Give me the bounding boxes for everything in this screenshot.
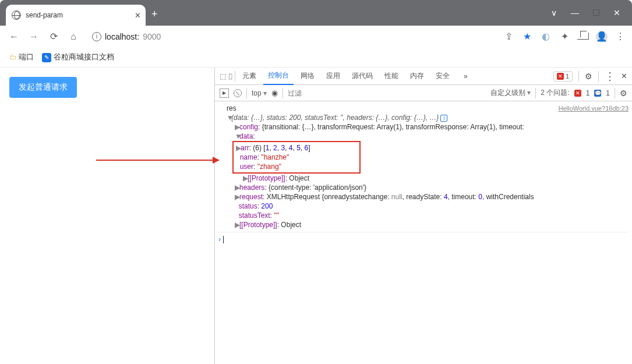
page-pane: 发起普通请求 <box>0 68 214 364</box>
devtools-panel: ⬚ ⌷ 元素 控制台 网络 应用 源代码 性能 内存 安全 » ✕1 ⚙ ⋮ ✕… <box>214 68 632 364</box>
window-close-button[interactable]: ✕ <box>613 8 620 17</box>
window-maximize-button[interactable] <box>593 8 599 17</box>
url-host: localhost: <box>105 32 139 41</box>
toolbar-right: ⇪ ★ ◐ ✦ 👤 ⋮ <box>503 31 626 43</box>
error-badge[interactable]: ✕1 <box>553 71 573 82</box>
globe-icon <box>12 10 21 20</box>
console-settings-gear-icon[interactable]: ⚙ <box>620 89 627 98</box>
bookmarks-bar: 🗀 端口 ✎ 谷粒商城接口文档 <box>0 48 632 68</box>
device-toggle-icon[interactable]: ⌷ <box>228 72 232 80</box>
share-icon[interactable]: ⇪ <box>503 31 514 42</box>
moon-icon[interactable]: ◐ <box>540 31 552 42</box>
tab-close-icon[interactable]: ✕ <box>135 11 141 20</box>
home-button[interactable]: ⌂ <box>65 31 82 42</box>
side-panel-icon[interactable] <box>577 31 589 42</box>
back-button[interactable]: ← <box>6 31 22 42</box>
tab-network[interactable]: 网络 <box>296 68 319 85</box>
context-selector[interactable]: top <box>252 89 267 97</box>
console-output[interactable]: res HelloWorld.vue?18db:23 ▼{data: {…}, … <box>215 101 632 364</box>
bookmark-item-guli[interactable]: ✎ 谷粒商城接口文档 <box>42 52 114 62</box>
issues-error-icon: ✕ <box>574 90 581 97</box>
info-icon[interactable]: i <box>440 115 447 122</box>
console-prompt-icon: › <box>218 235 221 243</box>
clear-console-icon[interactable] <box>234 89 242 97</box>
tab-title: send-param <box>26 11 63 19</box>
log-level-selector[interactable]: 自定义级别 <box>490 88 531 98</box>
bookmark-item-port[interactable]: 🗀 端口 <box>9 52 34 62</box>
window-chevron-icon[interactable]: ∨ <box>551 8 557 17</box>
tab-memory[interactable]: 内存 <box>405 68 429 85</box>
send-request-button[interactable]: 发起普通请求 <box>9 77 77 98</box>
object-summary[interactable]: {data: {…}, status: 200, statusText: '',… <box>231 114 439 122</box>
tab-sources[interactable]: 源代码 <box>347 68 377 85</box>
menu-dots-icon[interactable]: ⋮ <box>615 31 626 42</box>
profile-avatar-icon[interactable]: 👤 <box>596 31 608 43</box>
issues-message-icon: 💬 <box>594 90 601 97</box>
log-label: res <box>227 104 236 112</box>
tab-performance[interactable]: 性能 <box>380 68 403 85</box>
tabs-overflow-icon[interactable]: » <box>459 68 472 85</box>
tab-console[interactable]: 控制台 <box>263 68 294 85</box>
issues-label: 2 个问题: <box>541 88 569 98</box>
extensions-icon[interactable]: ✦ <box>559 31 570 42</box>
browser-tab[interactable]: send-param ✕ <box>6 5 146 26</box>
console-cursor[interactable] <box>223 236 224 243</box>
settings-gear-icon[interactable]: ⚙ <box>585 72 592 81</box>
tab-security[interactable]: 安全 <box>431 68 454 85</box>
devtools-close-icon[interactable]: ✕ <box>621 72 627 80</box>
source-link[interactable]: HelloWorld.vue?18db:23 <box>559 104 629 113</box>
tab-application[interactable]: 应用 <box>322 68 345 85</box>
live-expression-icon[interactable]: ◉ <box>271 89 278 97</box>
window-buttons: ∨ — ✕ <box>551 0 632 26</box>
filter-input[interactable] <box>288 89 486 97</box>
annotation-arrow <box>96 160 218 161</box>
address-bar-row: ← → ⟳ ⌂ i localhost:9000 ⇪ ★ ◐ ✦ 👤 ⋮ <box>0 26 632 48</box>
forward-button: → <box>26 31 42 42</box>
url-port: 9000 <box>143 32 161 41</box>
url-box[interactable]: i localhost:9000 <box>85 28 499 45</box>
devtools-tabs: ⬚ ⌷ 元素 控制台 网络 应用 源代码 性能 内存 安全 » ✕1 ⚙ ⋮ ✕ <box>215 68 632 85</box>
bookmark-star-icon[interactable]: ★ <box>521 31 533 42</box>
console-filter-row: ▶ top ◉ 自定义级别 2 个问题: ✕1 💬1 ⚙ <box>215 85 632 101</box>
window-titlebar: send-param ✕ + ∨ — ✕ <box>0 0 632 26</box>
inspect-icon[interactable]: ⬚ <box>220 72 226 80</box>
new-tab-button[interactable]: + <box>151 8 158 20</box>
reload-button[interactable]: ⟳ <box>45 31 62 42</box>
window-minimize-button[interactable]: — <box>571 8 579 17</box>
tab-elements[interactable]: 元素 <box>238 68 261 85</box>
site-info-icon[interactable]: i <box>92 32 101 41</box>
content-area: 发起普通请求 ⬚ ⌷ 元素 控制台 网络 应用 源代码 性能 内存 安全 » ✕… <box>0 68 632 364</box>
highlighted-data-box: ▶arr: (6) [1, 2, 3, 4, 5, 6] name: "hanz… <box>232 141 361 174</box>
play-icon[interactable]: ▶ <box>220 89 229 98</box>
devtools-menu-icon[interactable]: ⋮ <box>605 70 615 83</box>
